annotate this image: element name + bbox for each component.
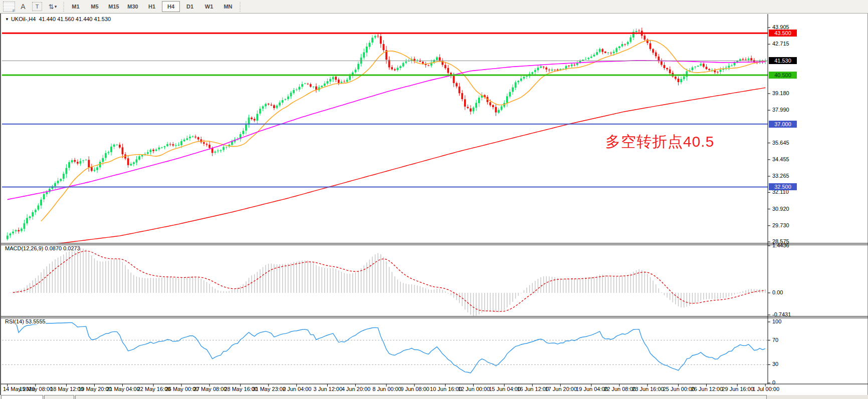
chart-tab[interactable] xyxy=(44,395,74,399)
macd-axis-label: 0.00 xyxy=(772,289,783,295)
chart-tab-strip xyxy=(0,395,868,399)
timeframe-button-m15[interactable]: M15 xyxy=(105,1,123,12)
time-axis-label[interactable]: 9 Jun 08:00 xyxy=(397,386,432,392)
macd-axis-label: -0.7431 xyxy=(772,311,791,317)
chart-tab[interactable] xyxy=(1,395,43,399)
font-label-icon[interactable]: A xyxy=(17,2,29,12)
timeframe-button-w1[interactable]: W1 xyxy=(200,1,218,12)
price-axis-label: 30.920 xyxy=(772,206,789,212)
price-axis-label: 29.730 xyxy=(772,222,789,228)
timeframe-button-m30[interactable]: M30 xyxy=(124,1,142,12)
timeframe-button-mn[interactable]: MN xyxy=(219,1,237,12)
rsi-axis-label: 0 xyxy=(772,379,775,385)
timeframe-button-d1[interactable]: D1 xyxy=(181,1,199,12)
rsi-axis-label: 100 xyxy=(772,318,781,324)
rsi-indicator-label: RSI(14) 53.5555 xyxy=(5,318,46,324)
time-axis-label[interactable]: 26 Jun 12:00 xyxy=(690,386,725,392)
toolbar-separator xyxy=(63,2,64,12)
time-axis-label[interactable]: 4 Jun 20:00 xyxy=(338,386,373,392)
price-badge-32.500: 32.500 xyxy=(769,183,797,190)
chart-title: ▼UKOil-,H441.440 41.560 41.440 41.530 xyxy=(5,16,111,22)
price-axis-label: 39.180 xyxy=(772,90,789,96)
mt4-application: { "toolbar": { "icons": { "grip_f": "F",… xyxy=(0,0,868,399)
timeframe-button-m1[interactable]: M1 xyxy=(67,1,85,12)
time-axis-label[interactable]: 12 Jun 00:00 xyxy=(457,386,492,392)
rsi-pane[interactable] xyxy=(1,317,768,387)
price-axis-label: 43.905 xyxy=(772,24,789,30)
dotted-grid-icon[interactable]: F xyxy=(3,2,15,12)
text-box-t: T xyxy=(32,2,42,11)
price-badge-40.500: 40.500 xyxy=(769,72,797,79)
chart-canvas[interactable] xyxy=(1,14,868,399)
macd-axis-label: 1.4436 xyxy=(772,242,789,248)
symbol-label: UKOil-,H4 xyxy=(11,16,36,22)
price-axis-label: 37.990 xyxy=(772,107,789,113)
dropdown-caret-icon: ▾ xyxy=(55,4,57,9)
rsi-axis-label: 70 xyxy=(772,337,778,343)
timeframe-button-m5[interactable]: M5 xyxy=(86,1,104,12)
price-axis-label: 42.715 xyxy=(772,41,789,47)
time-axis-label[interactable]: 1 Jul 00:00 xyxy=(748,386,783,392)
chart-annotation-text[interactable]: 多空转折点40.5 xyxy=(605,132,714,152)
price-axis-label: 35.645 xyxy=(772,140,789,146)
time-axis-label[interactable]: 27 May 08:00 xyxy=(192,386,228,392)
price-axis-label: 33.265 xyxy=(772,173,789,179)
timeframe-group: M1M5M15M30H1H4D1W1MN xyxy=(66,1,238,12)
time-axis-label[interactable]: 2 Jun 04:00 xyxy=(280,386,315,392)
symbol-dropdown-icon[interactable]: ▼ xyxy=(5,17,9,22)
timeframe-button-h4[interactable]: H4 xyxy=(162,1,180,12)
chart-window: ▼UKOil-,H441.440 41.560 41.440 41.530 MA… xyxy=(0,14,868,399)
time-axis-label[interactable]: 21 May 04:00 xyxy=(105,386,140,392)
toolbar-separator xyxy=(240,2,241,12)
time-axis-label[interactable]: 23 Jun 16:00 xyxy=(630,386,666,392)
arrows-style-icon[interactable]: ⇅ ▾ xyxy=(45,2,60,12)
price-badge-37.000: 37.000 xyxy=(769,121,797,128)
toolbar: F A T ⇅ ▾ M1M5M15M30H1H4D1W1MN xyxy=(0,0,868,14)
price-axis-label: 34.455 xyxy=(772,156,789,162)
text-tool-icon[interactable]: T xyxy=(31,2,43,12)
arrows-glyph: ⇅ xyxy=(49,3,54,11)
grid-f-label: F xyxy=(13,9,15,13)
rsi-axis-label: 30 xyxy=(772,361,778,367)
timeframe-button-h1[interactable]: H1 xyxy=(143,1,161,12)
price-badge-41.530: 41.530 xyxy=(769,57,797,64)
price-badge-43.500: 43.500 xyxy=(769,30,797,37)
time-axis-label[interactable]: 17 Jun 20:00 xyxy=(543,386,578,392)
chart-tab[interactable] xyxy=(75,395,767,399)
time-axis-label[interactable]: 15 May 08:00 xyxy=(19,386,54,392)
ohlc-values: 41.440 41.560 41.440 41.530 xyxy=(39,16,111,22)
macd-indicator-label: MACD(12,26,9) 0.0870 0.0273 xyxy=(5,245,80,251)
